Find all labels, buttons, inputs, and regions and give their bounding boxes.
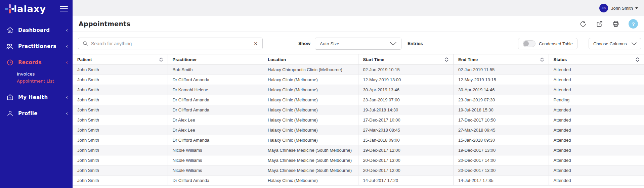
table-cell-start-time: 12-May-2019 13:00 [358,75,454,85]
table-cell-status: Attended [549,176,644,185]
table-cell-location: Halaxy Clinic (Melbourne) [263,85,358,95]
table-cell-start-time: 23-Jan-2019 07:00 [358,95,454,105]
top-bar: JS John Smith [73,0,644,16]
table-cell-end-time: 20-Dec-2017 14:00 [454,155,549,165]
table-cell-patient: John Smith [73,176,168,185]
column-header-end-time[interactable]: End Time [454,54,549,64]
person-icon [6,110,14,117]
column-label: End Time [458,57,478,62]
logo-bar-coral [9,9,11,13]
sidebar-item-label: Dashboard [18,27,50,33]
user-avatar[interactable]: JS [599,4,608,12]
table-row[interactable]: John SmithNicole WilliamsMaya Chinese Me… [73,155,644,166]
logo-text: lalaxy [14,4,46,14]
search-input[interactable] [91,41,253,46]
condensed-table-label: Condensed Table [539,41,573,46]
table-cell-status: Attended [549,125,644,135]
sort-icon[interactable] [159,57,163,62]
table-cell-status: Attended [549,65,644,75]
column-header-start-time[interactable]: Start Time [358,54,454,64]
table-row[interactable]: John SmithDr Clifford AmandaHalaxy Clini… [73,105,644,115]
table-cell-end-time: 27-Mar-2018 09:45 [454,125,549,135]
sidebar-item-records[interactable]: Records ‹ [0,54,73,70]
logo-bar-pink [9,4,11,8]
sidebar-item-profile[interactable]: Profile ‹ [0,105,73,122]
table-cell-end-time: 15-Jan-2018 09:30 [454,135,549,145]
sidebar-subitem-appointment-list[interactable]: Appointment List [17,78,73,85]
table-cell-end-time: 19-Jul-2018 15:30 [454,105,549,115]
table-row[interactable]: John SmithDr Alex LeeHalaxy Clinic (Melb… [73,115,644,125]
refresh-icon[interactable] [579,20,587,28]
table-header-row: PatientPractitionerLocationStart TimeEnd… [73,54,644,65]
table-cell-status: Attended [549,135,644,145]
table-row[interactable]: John SmithBob SmithHalaxy Chiropractic C… [73,65,644,75]
sidebar-subitem-invoices[interactable]: Invoices [17,70,73,78]
sidebar-item-practitioners[interactable]: Practitioners ‹ [0,38,73,54]
caret-down-icon[interactable] [635,7,638,9]
column-header-status[interactable]: Status [549,54,644,64]
chevron-left-icon: ‹ [66,43,68,49]
logo-dash-white [11,8,14,10]
table-cell-patient: John Smith [73,105,168,115]
page-size-select[interactable]: Auto Size [315,38,401,50]
sidebar: lalaxy Dashboard ‹ [0,0,73,188]
table-row[interactable]: John SmithDr Clifford AmandaHalaxy Clini… [73,95,644,105]
chevron-down-icon [390,42,396,45]
column-label: Status [554,57,567,62]
column-header-practitioner[interactable]: Practitioner [168,54,263,64]
clear-search-icon[interactable]: ✕ [253,41,258,46]
table-row[interactable]: John SmithDr Clifford AmandaHalaxy Clini… [73,176,644,186]
print-icon[interactable] [612,20,619,28]
condensed-table-toggle[interactable] [523,40,535,47]
table-cell-patient: John Smith [73,95,168,105]
hamburger-menu-icon[interactable] [60,6,68,12]
table-cell-end-time: 17-Dec-2017 10:50 [454,115,549,125]
chevron-left-icon: ‹ [66,27,68,33]
table-cell-practitioner: Dr Alex Lee [168,115,263,125]
export-icon[interactable] [596,20,603,28]
column-header-patient[interactable]: Patient [73,54,168,64]
table-cell-location: Halaxy Clinic (Melbourne) [263,135,358,145]
choose-columns-button[interactable]: Choose Columns [589,38,641,49]
sidebar-nav: Dashboard ‹ Practitioners ‹ [0,22,73,122]
sidebar-item-dashboard[interactable]: Dashboard ‹ [0,22,73,38]
table-cell-practitioner: Nicole Williams [168,145,263,155]
halaxy-logo-icon[interactable] [5,3,13,14]
table-row[interactable]: John SmithDr Kamahl HeleneHalaxy Clinic … [73,85,644,95]
table-cell-end-time: 02-Jun-2019 11:55 [454,65,549,75]
table-cell-patient: John Smith [73,85,168,95]
table-row[interactable]: John SmithDr Clifford AmandaHalaxy Clini… [73,135,644,145]
table-cell-start-time: 30-Apr-2019 13:46 [358,85,454,95]
people-icon [6,43,14,50]
table-cell-patient: John Smith [73,115,168,125]
first-aid-icon [6,94,14,101]
search-box: ✕ [78,38,263,49]
table-cell-start-time: 19-Dec-2017 12:00 [358,145,454,155]
table-row[interactable]: John SmithDr Alex LeeHalaxy Clinic (Melb… [73,125,644,135]
user-name[interactable]: John Smith [611,6,633,11]
table-cell-status: Attended [549,115,644,125]
sidebar-item-my-health[interactable]: My Health ‹ [0,89,73,105]
sort-icon[interactable] [636,57,639,62]
column-header-location[interactable]: Location [263,54,358,64]
table-cell-start-time: 14-Jul-2017 17:20 [358,176,454,185]
table-cell-end-time: 12-May-2019 13:15 [454,75,549,85]
sort-icon[interactable] [445,57,448,62]
help-icon[interactable]: ? [629,19,638,29]
sort-icon[interactable] [540,57,544,62]
search-icon [82,41,88,46]
column-label: Practitioner [173,57,197,62]
table-cell-start-time: 20-Dec-2017 13:00 [358,155,454,165]
table-row[interactable]: John SmithNicole WilliamsMaya Chinese Me… [73,166,644,176]
table-cell-start-time: 02-Jun-2019 10:15 [358,65,454,75]
chevron-left-icon: ‹ [66,110,68,116]
table-row[interactable]: John SmithNicole WilliamsMaya Chinese Me… [73,145,644,155]
appointments-table: PatientPractitionerLocationStart TimeEnd… [73,54,644,186]
table-cell-start-time: 15-Jan-2018 09:00 [358,135,454,145]
table-cell-location: Halaxy Clinic (Melbourne) [263,115,358,125]
logo-dash-blue [5,8,8,10]
table-cell-location: Halaxy Clinic (Melbourne) [263,105,358,115]
table-cell-practitioner: Dr Kamahl Helene [168,85,263,95]
page-size-value: Auto Size [320,41,339,46]
table-row[interactable]: John SmithDr Clifford AmandaHalaxy Clini… [73,75,644,85]
